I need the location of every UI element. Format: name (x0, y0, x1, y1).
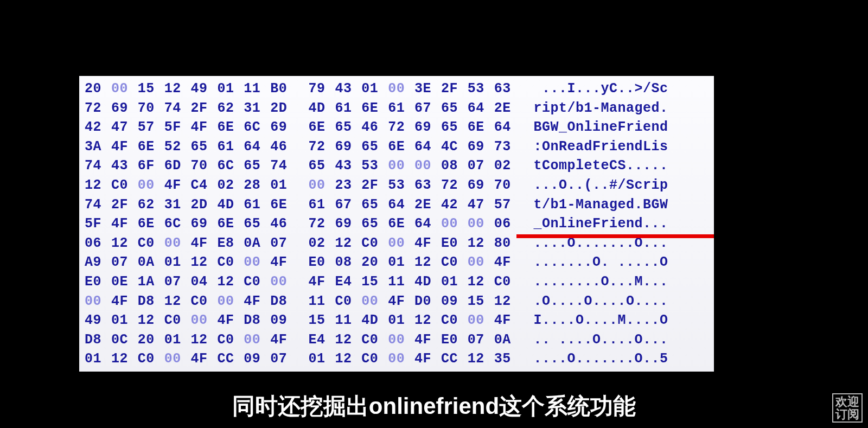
hex-byte: 70 (494, 176, 521, 195)
hex-byte: C4 (191, 176, 218, 195)
hex-byte: A9 (85, 253, 111, 272)
hex-byte: 2E (494, 99, 521, 118)
hex-byte: 6C (217, 156, 244, 176)
hex-byte: 00 (388, 330, 414, 350)
hex-byte: 01 (441, 272, 468, 292)
hex-byte: 2F (111, 195, 138, 215)
hex-byte: E8 (217, 234, 244, 253)
hex-byte: 12 (414, 311, 441, 330)
hex-row: 0112C0004FCC09070112C0004FCC1235....O...… (85, 349, 709, 369)
hex-byte: 01 (361, 79, 388, 99)
hex-byte: 08 (335, 253, 361, 272)
hex-byte: 65 (361, 137, 388, 157)
hex-byte: 4F (270, 253, 297, 272)
hex-byte: C0 (217, 253, 244, 272)
hex-row: 4247575F4F6E6C696E65467269656E64BGW_Onli… (85, 118, 709, 137)
hex-byte: 00 (388, 234, 414, 253)
hex-byte: C0 (244, 272, 270, 292)
ascii-text: BGW_OnlineFriend (534, 118, 709, 137)
hex-byte: 07 (468, 330, 494, 350)
hex-byte: 12 (191, 330, 218, 350)
hex-byte: 0A (244, 234, 270, 253)
hex-byte: 65 (244, 156, 270, 176)
hex-byte: 01 (388, 253, 414, 272)
hex-byte: 5F (85, 214, 111, 234)
hex-byte: 64 (468, 99, 494, 118)
hex-byte: 15 (468, 292, 494, 311)
hex-byte: 00 (388, 156, 414, 176)
hex-byte: C0 (191, 292, 218, 311)
hex-byte: 47 (111, 118, 138, 137)
ascii-text: tCompleteCS..... (534, 156, 709, 176)
hex-byte: 04 (191, 272, 218, 292)
hex-byte: 2E (414, 195, 441, 215)
hex-byte: 74 (85, 195, 111, 215)
hex-byte: 07 (111, 253, 138, 272)
hex-byte: 09 (270, 311, 297, 330)
hex-byte: 00 (468, 253, 494, 272)
hex-byte: 65 (244, 214, 270, 234)
hex-byte: D8 (138, 292, 164, 311)
hex-byte: 6E (217, 214, 244, 234)
hex-byte: E0 (85, 272, 111, 292)
hex-byte: 4F (191, 234, 218, 253)
hex-byte: 15 (138, 79, 164, 99)
hex-byte: 42 (85, 118, 111, 137)
hex-byte: 63 (494, 79, 521, 99)
hex-byte: 01 (164, 253, 191, 272)
hex-byte: D8 (85, 330, 111, 350)
hex-byte: 47 (468, 195, 494, 215)
hex-byte: 62 (138, 195, 164, 215)
hex-byte: 65 (191, 137, 218, 157)
hex-byte: 28 (244, 176, 270, 195)
hex-byte: 69 (335, 214, 361, 234)
hex-byte: 20 (138, 330, 164, 350)
hex-byte: 69 (414, 118, 441, 137)
hex-byte: 01 (164, 330, 191, 350)
hex-byte: 4F (111, 292, 138, 311)
hex-byte: 12 (217, 272, 244, 292)
hex-byte: 42 (441, 195, 468, 215)
hex-byte: 12 (138, 311, 164, 330)
hex-byte: 07 (468, 156, 494, 176)
hex-byte: 4F (414, 330, 441, 350)
hex-byte: 6E (361, 99, 388, 118)
hex-byte: 4F (494, 311, 521, 330)
hex-byte: 5F (164, 118, 191, 137)
hex-byte: 43 (335, 79, 361, 99)
hex-byte: 69 (270, 118, 297, 137)
hex-byte: 46 (361, 118, 388, 137)
hex-byte: 3A (85, 137, 111, 157)
hex-byte: 07 (270, 234, 297, 253)
hex-byte: 70 (191, 156, 218, 176)
hex-byte: 6E (270, 195, 297, 215)
hex-row: D80C200112C0004FE412C0004FE0070A.. ....O… (85, 330, 709, 350)
hex-byte: C0 (494, 272, 521, 292)
hex-row: 3A4F6E52656164467269656E644C6973:OnReadF… (85, 137, 709, 157)
hex-byte: 61 (244, 195, 270, 215)
hex-byte: 64 (414, 137, 441, 157)
hex-byte: 01 (217, 79, 244, 99)
hex-byte: 0A (138, 253, 164, 272)
hex-byte: 3E (414, 79, 441, 99)
hex-byte: 2D (191, 195, 218, 215)
highlight-underline (516, 234, 714, 238)
hex-byte: 00 (85, 292, 111, 311)
hex-byte: 6E (217, 118, 244, 137)
hex-byte: E0 (309, 253, 335, 272)
hex-byte: 00 (244, 330, 270, 350)
hex-byte: 6E (309, 118, 335, 137)
hex-byte: 11 (335, 311, 361, 330)
hex-row: 726970742F62312D4D616E616765642Eript/b1-… (85, 99, 709, 118)
hex-byte: 61 (388, 99, 414, 118)
ascii-text: ...O..(..#/Scrip (534, 176, 709, 195)
hex-byte: 63 (414, 176, 441, 195)
hex-byte: 53 (361, 156, 388, 176)
hex-byte: 4F (494, 253, 521, 272)
hex-byte: 0A (494, 330, 521, 350)
hex-byte: 6E (388, 214, 414, 234)
hex-byte: 6E (388, 137, 414, 157)
hex-byte: 64 (414, 214, 441, 234)
hex-byte: C0 (217, 330, 244, 350)
stamp-line-2: 订阅 (835, 408, 859, 420)
